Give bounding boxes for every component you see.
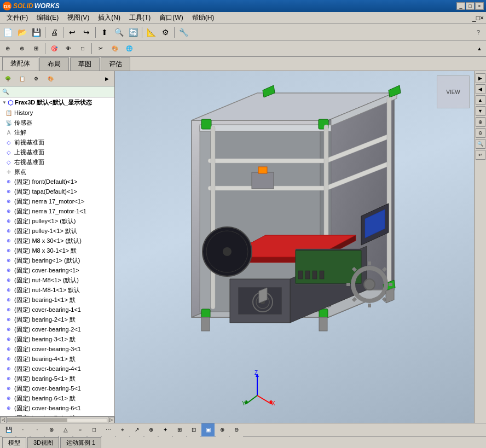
expand-panel-btn[interactable]: ▶ [100,72,113,85]
scene-button[interactable]: 🌐 [123,42,136,55]
new-button[interactable]: 📄 [1,26,14,39]
minimize-button[interactable]: _ [456,2,465,10]
appear-tree-btn[interactable]: 🎨 [44,72,57,85]
tree-item-top-plane[interactable]: ◇ 上视基准面 [0,147,114,157]
print-button[interactable]: 🖨 [48,26,61,39]
hide-show-button[interactable]: □ [76,42,89,55]
tree-item-bearing-2[interactable]: ⊕ (固定) bearing-2<1> 默 [0,315,114,324]
extra1[interactable]: ▲ [474,42,485,55]
root-expand[interactable]: ▼ [2,100,7,105]
zoom-button[interactable]: 🔍 [112,26,125,39]
btb-6[interactable]: ○ [73,423,86,437]
menu-tools[interactable]: 工具(T) [125,12,155,24]
appear-button[interactable]: 🎨 [108,42,121,55]
btb-14[interactable]: ⊡ [187,423,200,437]
btb-7[interactable]: □ [88,423,101,437]
tree-item-origin[interactable]: ✛ 原点 [0,167,114,177]
options-button[interactable]: 🔧 [177,26,190,39]
tree-item-m8x30-1[interactable]: ⊕ (固定) M8 x 30-1<1> 默 [0,246,114,255]
btb-5[interactable]: △ [59,423,72,437]
tree-item-nut-m8[interactable]: ⊕ (固定) nut-M8<1> (默认) [0,275,114,285]
tree-item-m8x30[interactable]: ⊕ (固定) M8 x 30<1> (默认) [0,236,114,246]
tree-item-cover-bearing-3[interactable]: ⊕ (固定) cover-bearing-3<1 [0,344,114,354]
scroll-left-btn[interactable]: ◁ [0,417,7,423]
right-btn-6[interactable]: ⊖ [476,128,485,138]
open-button[interactable]: 📂 [15,26,28,39]
btb-11[interactable]: ⊕ [144,423,158,437]
tb-minimize[interactable]: _ [472,14,476,22]
tab-layout[interactable]: 布局 [39,57,69,71]
rebuild-button[interactable]: ⚙ [159,26,172,39]
measure-button[interactable]: 📐 [144,26,158,39]
right-btn-5[interactable]: ⊕ [476,117,485,127]
bottom-tab-model[interactable]: 模型 [2,437,26,448]
tree-item-bearing-4[interactable]: ⊕ (固定) bearing-4<1> 默 [0,354,114,364]
tab-assembly[interactable]: 装配体 [2,57,38,71]
right-btn-4[interactable]: ▼ [476,106,485,116]
btb-15[interactable]: ▣ [201,423,215,437]
view-cube[interactable]: VIEW [437,75,470,108]
btb-4[interactable]: ⊗ [45,423,58,437]
tree-item-cover-bearing[interactable]: ⊕ (固定) cover-bearing<1> [0,265,114,275]
help-button[interactable]: ? [472,26,485,39]
tree-item-nema17[interactable]: ⊕ (固定) nema 17_motor<1> [0,196,114,206]
btb-12[interactable]: ✦ [159,423,172,437]
menu-file[interactable]: 文件(F) [2,12,32,24]
tree-item-front[interactable]: ⊕ (固定) front(Default)<1> [0,177,114,187]
undo-button[interactable]: ↩ [66,26,79,39]
tree-root[interactable]: ▼ ⬡ Frax3D 默认<默认_显示状态 [0,97,114,108]
btb-13[interactable]: ⊞ [173,423,186,437]
tree-item-bearing[interactable]: ⊕ (固定) bearing<1> (默认) [0,255,114,265]
tree-item-history[interactable]: 📋 History [0,108,114,118]
tree-item-cover-bearing-1[interactable]: ⊕ (固定) cover-bearing-1<1 [0,305,114,315]
feature-tree-btn[interactable]: 🌳 [1,72,14,85]
tree-item-sensor[interactable]: 📡 传感器 [0,118,114,127]
scroll-right-btn[interactable]: ▷ [108,417,114,423]
property-mgr-btn[interactable]: 📋 [15,72,28,85]
tree-item-cover-bearing-2[interactable]: ⊕ (固定) cover-bearing-2<1 [0,324,114,334]
tb-close[interactable]: × [480,14,484,22]
tree-hscrollbar[interactable]: ◁ ▷ [0,416,114,423]
tab-evaluate[interactable]: 评估 [101,57,130,71]
right-btn-1[interactable]: ▶ [476,73,485,83]
tree-item-note[interactable]: A 注解 [0,127,114,137]
scroll-thumb[interactable] [8,418,67,422]
viewport[interactable]: Z X Y VIEW [115,71,474,423]
tree-item-cover-bearing-4[interactable]: ⊕ (固定) cover-bearing-4<1 [0,364,114,374]
tree-item-cover-bearing-6[interactable]: ⊕ (固定) cover-bearing-6<1 [0,403,114,413]
bottom-tab-motion[interactable]: 运动算例 1 [60,437,101,448]
menu-help[interactable]: 帮助(H) [188,12,219,24]
btb-8[interactable]: ⋯ [102,423,115,437]
tree-item-pulley-1[interactable]: ⊕ (固定) pulley-1<1> 默认 [0,226,114,236]
tab-sketch[interactable]: 草图 [70,57,100,71]
pattern-button[interactable]: ⊞ [30,42,43,55]
rotate-button[interactable]: 🔄 [126,26,140,39]
menu-edit[interactable]: 编辑(E) [32,12,63,24]
btb-3[interactable]: · [31,423,44,437]
tree-item-bearing-6[interactable]: ⊕ (固定) bearing-6<1> 默 [0,393,114,403]
btb-10[interactable]: ↗ [130,423,143,437]
menu-window[interactable]: 窗口(W) [155,12,187,24]
view-orient-button[interactable]: 🎯 [48,42,61,55]
right-btn-8[interactable]: ↩ [476,150,485,160]
btb-2[interactable]: · [16,423,30,437]
menu-view[interactable]: 视图(V) [63,12,94,24]
save-button[interactable]: 💾 [30,26,43,39]
config-btn[interactable]: ⚙ [30,72,43,85]
right-btn-3[interactable]: ▲ [476,95,485,105]
tree-item-front-plane[interactable]: ◇ 前视基准面 [0,137,114,147]
tree-item-bearing-3[interactable]: ⊕ (固定) bearing-3<1> 默 [0,334,114,344]
btb-9[interactable]: ⌖ [116,423,129,437]
redo-button[interactable]: ↪ [80,26,93,39]
tree-item-pulley[interactable]: ⊕ (固定) pulley<1> (默认) [0,216,114,226]
tb-restore[interactable]: □ [476,14,480,22]
btb-1[interactable]: 💾 [2,423,15,437]
mate-button[interactable]: ⊗ [15,42,28,55]
tree-item-tapa[interactable]: ⊕ (固定) tapa(Default)<1> [0,187,114,196]
tree-item-cover-bearing-5[interactable]: ⊕ (固定) cover-bearing-5<1 [0,383,114,393]
tree-item-right-plane[interactable]: ◇ 右视基准面 [0,157,114,167]
maximize-button[interactable]: □ [466,2,475,10]
insert-part-button[interactable]: ⊕ [1,42,14,55]
tree-item-bearing-5[interactable]: ⊕ (固定) bearing-5<1> 默 [0,374,114,383]
btb-17[interactable]: ⊖ [230,423,243,437]
